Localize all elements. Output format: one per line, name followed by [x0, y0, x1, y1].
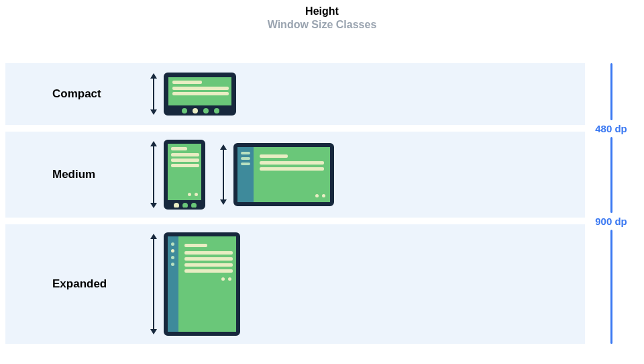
class-rows: Compact Medium: [5, 63, 585, 344]
phone-portrait-icon: [164, 140, 205, 210]
subtitle: Window Size Classes: [0, 19, 644, 31]
device-phone-landscape: [150, 73, 236, 116]
height-arrow-icon: [150, 234, 157, 334]
devices-compact: [150, 73, 236, 116]
breakpoint-480: 480 dp: [588, 122, 635, 136]
row-compact: Compact: [5, 63, 585, 125]
phone-landscape-icon: [164, 73, 236, 116]
tablet-portrait-icon: [164, 232, 240, 336]
label-expanded: Expanded: [52, 277, 126, 291]
devices-expanded: [150, 232, 240, 336]
device-tablet-portrait: [150, 232, 240, 336]
devices-medium: [150, 140, 334, 210]
row-expanded: Expanded: [5, 224, 585, 344]
height-arrow-icon: [150, 141, 157, 208]
device-tablet-landscape: [220, 143, 334, 206]
label-compact: Compact: [52, 87, 126, 101]
row-medium: Medium: [5, 132, 585, 218]
breakpoint-900: 900 dp: [588, 214, 635, 228]
label-medium: Medium: [52, 168, 126, 181]
header: Height Window Size Classes: [0, 0, 644, 31]
device-phone-portrait: [150, 140, 205, 210]
height-arrow-icon: [150, 73, 157, 115]
title: Height: [0, 5, 644, 17]
tablet-landscape-icon: [233, 143, 334, 206]
height-arrow-icon: [220, 144, 227, 205]
